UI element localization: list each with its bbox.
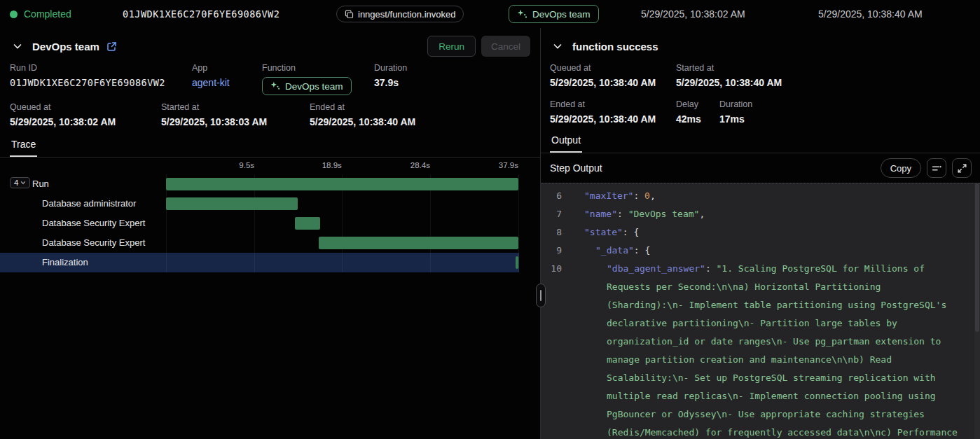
started-at-label: Started at	[161, 102, 310, 112]
main-split: DevOps team Rerun Cancel Run ID 01JWDK1X…	[0, 28, 980, 439]
run-title: DevOps team	[32, 41, 99, 53]
chevron-down-icon[interactable]	[10, 39, 25, 54]
trace-row-label: Finalization	[42, 257, 88, 267]
sparkle-icon	[270, 81, 280, 91]
step-duration-label: Duration	[719, 99, 971, 109]
trace-axis: 9.5s18.9s28.4s37.9s	[0, 158, 540, 174]
duration-label: Duration	[374, 63, 530, 73]
function-meta-badge-label: DevOps team	[285, 81, 343, 92]
step-delay-label: Delay	[676, 99, 719, 109]
axis-tick: 18.9s	[322, 161, 342, 169]
trace-row-label: Run	[32, 179, 49, 189]
trace-bar[interactable]	[295, 217, 320, 230]
queued-at-value: 5/29/2025, 10:38:02 AM	[10, 116, 161, 127]
run-id: 01JWDK1XE6C270F6YE69086VW2	[123, 0, 279, 28]
step-meta-row-1: Queued at 5/29/2025, 10:38:40 AM Started…	[541, 63, 980, 92]
trace-tabs: Trace	[0, 136, 540, 158]
copy-icon	[345, 10, 354, 19]
code-lines: 6"maxIter": 0,7"name": "DevOps team",8"s…	[541, 187, 980, 439]
cancel-button: Cancel	[481, 36, 530, 57]
status-dot-icon	[10, 11, 18, 18]
function-meta-badge[interactable]: DevOps team	[262, 77, 352, 95]
panel-resize-handle[interactable]	[536, 284, 546, 307]
trace-bar[interactable]	[319, 237, 518, 249]
code-text: "state": {	[573, 223, 980, 242]
step-queued-label: Queued at	[550, 63, 676, 73]
app-label: App	[192, 63, 262, 73]
step-duration-value: 17ms	[719, 113, 971, 125]
top-bar: Completed 01JWDK1XE6C270F6YE69086VW2 inn…	[0, 0, 980, 28]
axis-tick: 37.9s	[499, 161, 518, 169]
trace-row-label: Database Security Expert	[42, 237, 145, 248]
expand-button[interactable]	[952, 158, 972, 178]
queued-at-label: Queued at	[10, 102, 161, 112]
line-number: 8	[541, 223, 573, 242]
chevron-down-icon[interactable]	[550, 39, 565, 54]
tab-output[interactable]: Output	[550, 132, 582, 153]
step-ended-value: 5/29/2025, 10:38:40 AM	[550, 113, 676, 125]
step-title: function success	[572, 41, 658, 53]
code-line: 6"maxIter": 0,	[541, 187, 980, 205]
started-at-value: 5/29/2025, 10:38:03 AM	[161, 116, 310, 127]
step-output-title: Step Output	[550, 162, 602, 174]
queued-timestamp: 5/29/2025, 10:38:02 AM	[641, 0, 745, 28]
run-meta-row-1: Run ID 01JWDK1XE6C270F6YE69086VW2 App ag…	[0, 63, 540, 95]
function-badge-label: DevOps team	[532, 9, 591, 20]
code-text: "dba_agent_answer": "1. Scaling PostgreS…	[573, 260, 980, 439]
ended-at-label: Ended at	[310, 102, 530, 112]
status-label: Completed	[24, 8, 71, 20]
ended-timestamp: 5/29/2025, 10:38:40 AM	[818, 0, 923, 28]
app-link[interactable]: agent-kit	[192, 77, 262, 88]
expand-icon	[958, 164, 967, 173]
line-number: 10	[541, 260, 573, 439]
run-meta-row-2: Queued at 5/29/2025, 10:38:02 AM Started…	[0, 102, 540, 132]
copy-button[interactable]: Copy	[881, 158, 921, 178]
expand-count-badge[interactable]: 4	[10, 177, 30, 188]
step-queued-value: 5/29/2025, 10:38:40 AM	[550, 77, 676, 88]
step-output-header: Step Output Copy	[541, 153, 980, 183]
function-label: Function	[262, 63, 374, 73]
runid-label: Run ID	[10, 63, 192, 73]
word-wrap-icon	[932, 164, 942, 173]
trace-bar[interactable]	[166, 178, 518, 190]
code-text: "maxIter": 0,	[573, 187, 980, 205]
trace-bar[interactable]	[166, 197, 298, 210]
code-line: 9"_data": {	[541, 242, 980, 260]
trace-row-database-security-expert[interactable]: Database Security Expert	[0, 214, 540, 233]
line-number: 6	[541, 187, 573, 205]
trace-row-finalization[interactable]: Finalization	[0, 253, 519, 272]
run-details-panel: DevOps team Rerun Cancel Run ID 01JWDK1X…	[0, 28, 541, 439]
duration-value: 37.9s	[374, 77, 530, 88]
external-link-icon[interactable]	[106, 41, 117, 52]
step-meta-row-2: Ended at 5/29/2025, 10:38:40 AM Delay 42…	[541, 99, 980, 129]
code-text: "name": "DevOps team",	[573, 205, 980, 223]
step-output-code[interactable]: 6"maxIter": 0,7"name": "DevOps team",8"s…	[541, 183, 980, 439]
ended-at-value: 5/29/2025, 10:38:40 AM	[310, 116, 530, 127]
trace-row-database-administrator[interactable]: Database administrator	[0, 194, 540, 214]
code-text: "_data": {	[573, 242, 980, 260]
event-badge-label: inngest/function.invoked	[358, 9, 455, 20]
trace-row-database-security-expert[interactable]: Database Security Expert	[0, 233, 540, 253]
trace-row-run[interactable]: 4Run	[0, 174, 540, 194]
output-tabs: Output	[541, 132, 980, 153]
tab-trace[interactable]: Trace	[10, 136, 37, 157]
code-line: 8"state": {	[541, 223, 980, 242]
axis-tick: 28.4s	[410, 161, 430, 169]
trace-bar[interactable]	[516, 256, 518, 269]
rerun-button[interactable]: Rerun	[427, 36, 476, 57]
code-scrollbar[interactable]	[974, 183, 980, 439]
line-number: 9	[541, 242, 573, 260]
step-header: function success	[541, 34, 980, 59]
step-started-value: 5/29/2025, 10:38:40 AM	[676, 77, 971, 88]
word-wrap-button[interactable]	[927, 158, 946, 178]
sparkle-icon	[517, 9, 527, 20]
event-badge[interactable]: inngest/function.invoked	[336, 6, 464, 22]
run-status: Completed	[10, 0, 71, 28]
trace-rows: 4RunDatabase administratorDatabase Secur…	[0, 174, 540, 272]
function-badge[interactable]: DevOps team	[509, 5, 599, 23]
axis-tick: 9.5s	[239, 161, 254, 169]
step-started-label: Started at	[676, 63, 971, 73]
line-number: 7	[541, 205, 573, 223]
runid-value: 01JWDK1XE6C270F6YE69086VW2	[10, 77, 192, 88]
trace-row-label: Database Security Expert	[42, 218, 145, 228]
